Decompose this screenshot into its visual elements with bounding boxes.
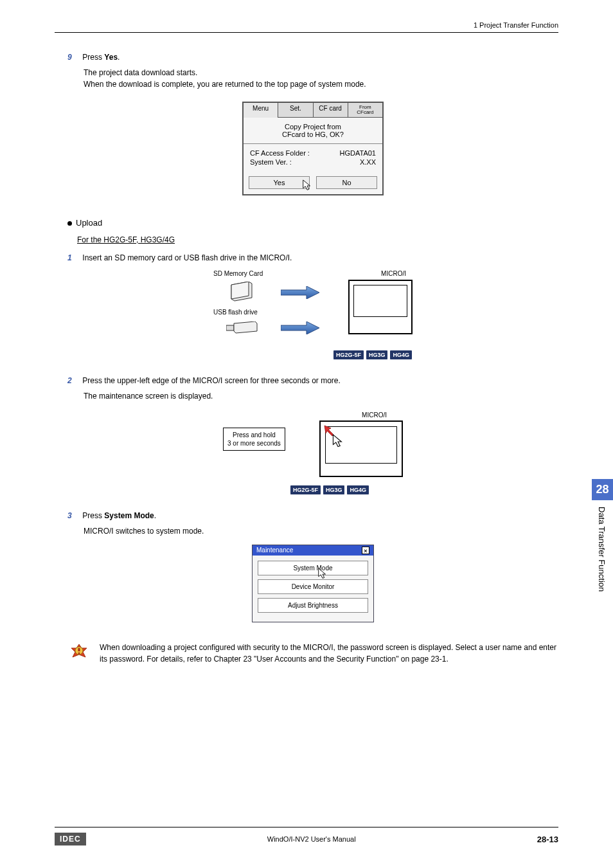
step-text: Press System Mode. (82, 511, 156, 520)
info-value: HGDATA01 (340, 149, 376, 157)
info-row: System Ver. : X.XX (250, 158, 376, 166)
upload-heading: Upload (67, 218, 558, 228)
arrow-icon (281, 321, 319, 334)
header-rule (55, 32, 558, 33)
maintenance-body: System Mode Device Monitor Adjust Bright… (253, 556, 373, 622)
info-label: CF Access Folder : (250, 149, 310, 157)
header-section-title: 1 Project Transfer Function (474, 21, 558, 29)
text-bold: Yes (104, 53, 118, 62)
step-text: Insert an SD memory card or USB flash dr… (82, 253, 292, 262)
dialog-info: CF Access Folder : HGDATA01 System Ver. … (244, 143, 382, 171)
figure-insert-media: SD Memory Card MICRO/I USB flash drive (67, 270, 558, 360)
step-text: Press Yes. (82, 53, 120, 62)
dialog-tab-set: Set. (278, 103, 313, 118)
maintenance-dialog: Maintenance × System Mode Device Monitor… (252, 545, 374, 622)
dialog-body: Copy Project from CFcard to HG, OK? (244, 118, 382, 143)
text-fragment: . (154, 511, 156, 520)
cursor-icon (331, 433, 345, 450)
step-3: 3 Press System Mode. (67, 511, 558, 520)
svg-point-3 (78, 653, 80, 655)
label-line: 3 or more seconds (227, 439, 281, 448)
step-9: 9 Press Yes. (67, 53, 558, 62)
cursor-icon (301, 179, 313, 193)
chapter-title: Data Transfer Function (592, 500, 612, 598)
label-microi: MICRO/I (362, 411, 387, 419)
badge: HG3G (366, 350, 389, 360)
dialog-buttons: Yes No (244, 171, 382, 194)
device-screen (325, 426, 397, 464)
text-fragment: . (118, 53, 120, 62)
step-number: 9 (67, 53, 80, 62)
sd-card-icon (226, 282, 255, 304)
footer-logo: IDEC (55, 833, 86, 845)
badge: HG3G (323, 485, 346, 495)
chapter-number: 28 (592, 479, 613, 500)
step-body: MICRO/I switches to system mode. (84, 525, 558, 537)
step-number: 1 (67, 253, 80, 262)
info-label: System Ver. : (250, 158, 292, 166)
cursor-icon (317, 567, 328, 581)
device-frame (319, 420, 403, 477)
badge-row: HG2G-5F HG3G HG4G (290, 485, 369, 495)
bullet-icon (67, 221, 72, 226)
yes-button[interactable]: Yes (249, 176, 310, 189)
step-number: 2 (67, 376, 80, 385)
dialog-line: CFcard to HG, OK? (249, 131, 377, 138)
badge: HG4G (346, 485, 369, 495)
maintenance-titlebar: Maintenance × (253, 545, 373, 556)
step-number: 3 (67, 511, 80, 520)
dialog-tab-menu: Menu (244, 103, 278, 118)
label-microi: MICRO/I (381, 270, 406, 277)
content-area: 9 Press Yes. The project data download s… (67, 53, 558, 665)
step-1: 1 Insert an SD memory card or USB flash … (67, 253, 558, 262)
maintenance-title: Maintenance (256, 547, 293, 554)
text-bold: System Mode (104, 511, 154, 520)
text-fragment: Press (82, 53, 104, 62)
badge: HG2G-5F (290, 485, 321, 495)
heading-text: Upload (76, 218, 102, 228)
text-fragment: Press (82, 511, 104, 520)
system-mode-button[interactable]: System Mode (258, 561, 368, 575)
dialog-tab-cf: CF card (314, 103, 348, 118)
footer-page-number: 28-13 (537, 835, 558, 844)
label-line: Press and hold (227, 431, 281, 439)
figure-press-hold: MICRO/I Press and hold 3 or more seconds… (223, 411, 403, 495)
press-hold-label: Press and hold 3 or more seconds (223, 428, 285, 451)
upload-subheading: For the HG2G-5F, HG3G/4G (77, 235, 558, 244)
alert-text: When downloading a project configured wi… (100, 642, 558, 665)
tab-line: CFcard (350, 110, 381, 115)
alert-note: When downloading a project configured wi… (67, 642, 558, 665)
footer-title: WindO/I-NV2 User's Manual (267, 835, 356, 843)
svg-rect-0 (226, 325, 234, 330)
dialog-tab-from: From CFcard (348, 103, 382, 118)
label-usb: USB flash drive (213, 309, 258, 316)
step-2: 2 Press the upper-left edge of the MICRO… (67, 376, 558, 385)
device-frame (348, 280, 413, 334)
svg-rect-2 (78, 648, 80, 651)
step-body: The project data download starts. When t… (84, 67, 558, 90)
device-screen (353, 285, 407, 317)
body-line: The project data download starts. (84, 67, 558, 78)
badge: HG2G-5F (333, 350, 364, 360)
step-body: The maintenance screen is displayed. (84, 390, 558, 402)
alert-icon (67, 642, 91, 665)
dialog-line: Copy Project from (249, 123, 377, 131)
info-row: CF Access Folder : HGDATA01 (250, 149, 376, 157)
step-text: Press the upper-left edge of the MICRO/I… (82, 376, 341, 385)
arrow-icon (281, 286, 319, 299)
dialog-figure: Menu Set. CF card From CFcard Copy Proje… (242, 102, 384, 195)
usb-drive-icon (226, 321, 258, 334)
body-line: When the download is complete, you are r… (84, 78, 558, 90)
info-value: X.XX (360, 158, 376, 166)
no-button[interactable]: No (316, 176, 377, 189)
figure-canvas: SD Memory Card MICRO/I USB flash drive (213, 270, 413, 360)
close-icon[interactable]: × (362, 547, 369, 554)
chapter-tab: 28 Data Transfer Function (592, 479, 613, 598)
page-footer: IDEC WindO/I-NV2 User's Manual 28-13 (55, 827, 558, 845)
badge-row: HG2G-5F HG3G HG4G (333, 350, 413, 360)
device-monitor-button[interactable]: Device Monitor (258, 579, 368, 594)
label-sd-card: SD Memory Card (213, 270, 263, 277)
badge: HG4G (389, 350, 413, 360)
dialog-tabs: Menu Set. CF card From CFcard (244, 103, 382, 118)
adjust-brightness-button[interactable]: Adjust Brightness (258, 598, 368, 613)
